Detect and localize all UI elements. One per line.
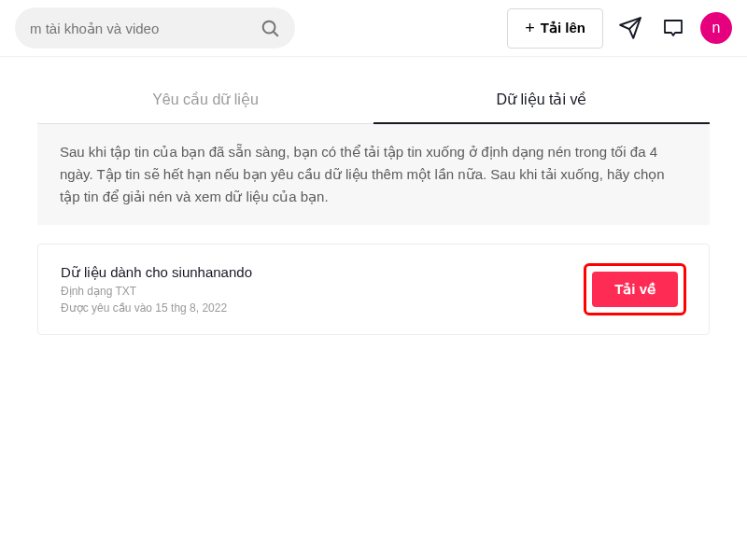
main-content: Yêu cầu dữ liệu Dữ liệu tải về Sau khi t… — [0, 76, 747, 335]
upload-button[interactable]: + Tải lên — [507, 8, 603, 49]
top-header: + Tải lên n — [0, 0, 747, 57]
tabs-container: Yêu cầu dữ liệu Dữ liệu tải về — [37, 76, 710, 124]
tab-label: Yêu cầu dữ liệu — [152, 91, 259, 107]
inbox-icon[interactable] — [657, 12, 689, 44]
send-icon[interactable] — [614, 12, 646, 44]
highlight-box: Tải về — [584, 263, 686, 315]
download-card: Dữ liệu dành cho siunhanando Định dạng T… — [37, 244, 710, 335]
download-info: Dữ liệu dành cho siunhanando Định dạng T… — [61, 264, 252, 315]
download-button-label: Tải về — [614, 281, 655, 297]
tab-download-data[interactable]: Dữ liệu tải về — [374, 76, 710, 123]
plus-icon: + — [525, 19, 535, 38]
download-requested-date: Được yêu cầu vào 15 thg 8, 2022 — [61, 301, 252, 315]
info-text: Sau khi tập tin của bạn đã sẵn sàng, bạn… — [37, 124, 710, 225]
download-title: Dữ liệu dành cho siunhanando — [61, 264, 252, 281]
search-container — [15, 7, 295, 49]
tab-label: Dữ liệu tải về — [497, 91, 587, 107]
upload-label: Tải lên — [541, 20, 585, 36]
svg-line-1 — [274, 32, 278, 36]
search-icon[interactable] — [252, 18, 280, 38]
avatar-letter: n — [712, 20, 721, 36]
avatar[interactable]: n — [700, 12, 732, 44]
download-button[interactable]: Tải về — [592, 272, 678, 307]
search-input[interactable] — [30, 21, 252, 36]
download-format: Định dạng TXT — [61, 285, 252, 298]
tab-request-data[interactable]: Yêu cầu dữ liệu — [37, 76, 374, 123]
